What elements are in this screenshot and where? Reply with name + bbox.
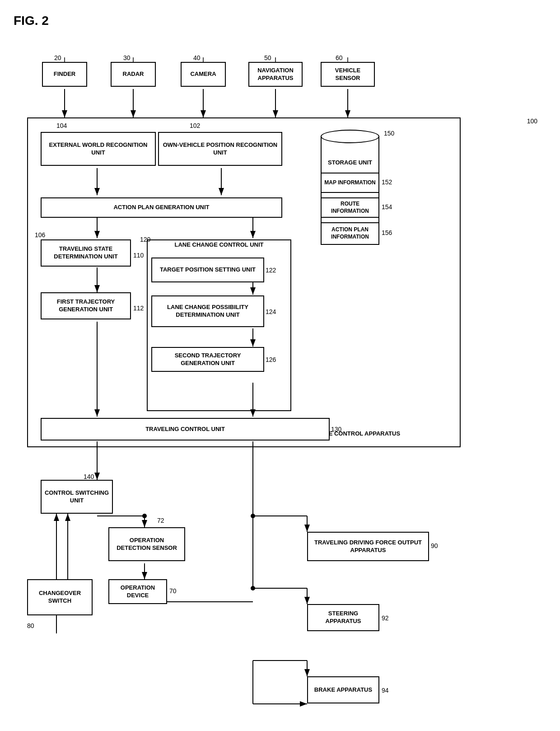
camera-box: CAMERA: [181, 62, 226, 87]
finder-box: FINDER: [42, 62, 87, 87]
navigation-box: NAVIGATION APPARATUS: [248, 62, 303, 87]
ref-154: 154: [382, 203, 392, 211]
ref-104: 104: [56, 122, 67, 129]
diagram: 20 30 40 50 60 FINDER RADAR CAMERA NAVIG…: [14, 37, 537, 731]
operation-device-box: OPERATION DEVICE: [108, 579, 167, 604]
ref-126: 126: [266, 356, 276, 363]
svg-point-34: [142, 514, 147, 518]
ref-20: 20: [54, 54, 61, 61]
vehicle-sensor-box: VEHICLE SENSOR: [321, 62, 375, 87]
ref-140: 140: [84, 473, 94, 480]
ref-102: 102: [190, 122, 200, 129]
ref-60: 60: [336, 54, 343, 61]
ref-40: 40: [193, 54, 201, 61]
ref-72: 72: [157, 517, 164, 524]
external-world-box: EXTERNAL WORLD RECOGNITION UNIT: [41, 132, 156, 166]
svg-point-32: [251, 514, 255, 518]
ref-150: 150: [384, 130, 394, 137]
map-info-box: MAP INFORMATION: [321, 173, 379, 193]
ref-70: 70: [169, 587, 177, 595]
ref-110: 110: [133, 252, 144, 259]
lane-change-poss-box: LANE CHANGE POSSIBILITY DETERMINATION UN…: [151, 295, 264, 327]
route-info-box: ROUTE INFORMATION: [321, 197, 379, 218]
cylinder-top: [321, 130, 379, 143]
radar-box: RADAR: [111, 62, 156, 87]
ref-100: 100: [527, 117, 537, 125]
svg-point-33: [251, 586, 255, 590]
ref-124: 124: [266, 308, 276, 315]
lane-change-label: LANE CHANGE CONTROL UNIT: [149, 241, 289, 248]
ref-30: 30: [123, 54, 131, 61]
traveling-state-box: TRAVELING STATE DETERMINATION UNIT: [41, 239, 131, 267]
steering-box: STEERING APPARATUS: [307, 604, 379, 631]
ref-94: 94: [382, 687, 389, 694]
target-position-box: TARGET POSITION SETTING UNIT: [151, 258, 264, 282]
ref-122: 122: [266, 267, 276, 274]
ref-156: 156: [382, 229, 392, 236]
ref-112: 112: [133, 305, 144, 312]
ref-90: 90: [431, 542, 438, 549]
ref-130: 130: [331, 426, 341, 433]
ref-92: 92: [382, 614, 389, 622]
ref-80: 80: [27, 622, 34, 629]
changeover-switch-box: CHANGEOVER SWITCH: [27, 579, 93, 615]
ref-50: 50: [264, 54, 271, 61]
ref-106: 106: [35, 231, 45, 239]
action-plan-box: ACTION PLAN GENERATION UNIT: [41, 197, 282, 218]
storage-label: STORAGE UNIT: [321, 159, 379, 166]
second-trajectory-box: SECOND TRAJECTORY GENERATION UNIT: [151, 347, 264, 372]
action-plan-info-box: ACTION PLAN INFORMATION: [321, 222, 379, 245]
traveling-driving-box: TRAVELING DRIVING FORCE OUTPUT APPARATUS: [307, 532, 429, 561]
traveling-control-box: TRAVELING CONTROL UNIT: [41, 418, 330, 440]
first-trajectory-box: FIRST TRAJECTORY GENERATION UNIT: [41, 292, 131, 319]
own-vehicle-box: OWN-VEHICLE POSITION RECOGNITION UNIT: [158, 132, 282, 166]
operation-detection-box: OPERATION DETECTION SENSOR: [108, 527, 185, 561]
ref-152: 152: [382, 178, 392, 186]
figure-label: FIG. 2: [14, 14, 546, 28]
control-switching-box: CONTROL SWITCHING UNIT: [41, 480, 113, 514]
brake-box: BRAKE APPARATUS: [307, 676, 379, 703]
